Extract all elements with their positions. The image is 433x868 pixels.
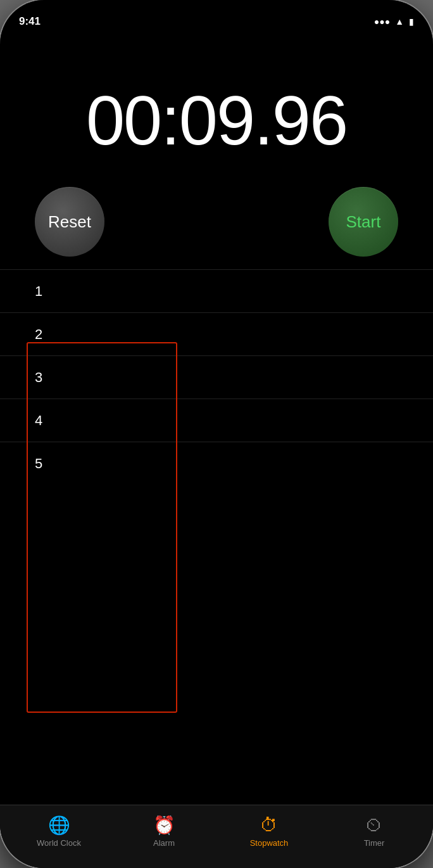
lap-number-5: 5 — [35, 456, 42, 472]
screen: 9:41 ●●● ▲ ▮ 00:09.96 Reset Start — [0, 0, 433, 868]
laps-container: 1 2 3 4 5 — [0, 269, 433, 805]
stopwatch-display: 00:09.96 — [0, 48, 433, 181]
status-icons: ●●● ▲ ▮ — [374, 16, 414, 27]
wifi-icon: ▲ — [395, 16, 404, 27]
tab-bar: 🌐 World Clock ⏰ Alarm ⏱ Stopwatch ⏲ Time… — [0, 805, 433, 868]
lap-number-4: 4 — [35, 412, 42, 429]
lap-number-3: 3 — [35, 369, 42, 386]
tab-timer[interactable]: ⏲ Timer — [349, 817, 399, 848]
lap-row: 4 — [0, 399, 433, 442]
world-clock-icon: 🌐 — [48, 817, 70, 834]
lap-row: 3 — [0, 355, 433, 399]
lap-number-1: 1 — [35, 283, 42, 300]
layout-wrapper: Reset Start 1 2 3 4 — [0, 181, 433, 805]
lap-number-2: 2 — [35, 326, 42, 343]
main-content: 00:09.96 Reset Start 1 2 — [0, 35, 433, 805]
alarm-label: Alarm — [153, 838, 175, 848]
status-time: 9:41 — [19, 15, 41, 28]
alarm-icon: ⏰ — [153, 817, 175, 834]
status-bar: 9:41 ●●● ▲ ▮ — [0, 0, 433, 35]
start-button[interactable]: Start — [329, 187, 398, 257]
buttons-row: Reset Start — [0, 181, 433, 269]
tab-alarm[interactable]: ⏰ Alarm — [139, 817, 189, 848]
signal-icon: ●●● — [374, 16, 390, 27]
lap-row: 1 — [0, 269, 433, 312]
stopwatch-label: Stopwatch — [250, 838, 289, 848]
timer-label: Timer — [364, 838, 385, 848]
tab-stopwatch[interactable]: ⏱ Stopwatch — [244, 817, 294, 848]
lap-row: 2 — [0, 312, 433, 355]
reset-button[interactable]: Reset — [35, 187, 104, 257]
stopwatch-icon: ⏱ — [260, 817, 278, 834]
world-clock-label: World Clock — [37, 838, 81, 848]
battery-icon: ▮ — [409, 16, 414, 27]
phone-frame: 9:41 ●●● ▲ ▮ 00:09.96 Reset Start — [0, 0, 433, 868]
lap-row: 5 — [0, 442, 433, 485]
timer-icon: ⏲ — [365, 817, 383, 834]
stopwatch-time: 00:09.96 — [86, 86, 347, 155]
tab-world-clock[interactable]: 🌐 World Clock — [34, 817, 84, 848]
